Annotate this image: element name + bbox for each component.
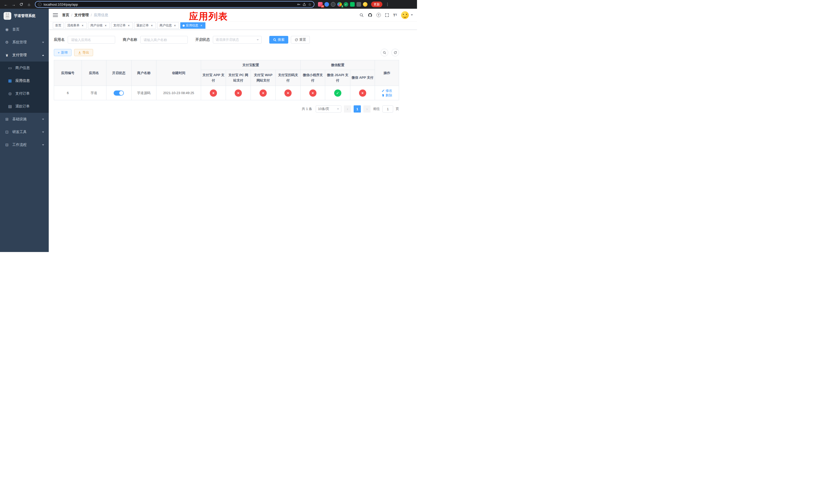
app-name-input[interactable]	[68, 36, 115, 44]
tab-refund-order[interactable]: 退款订单 ×	[134, 22, 156, 29]
extension-icon-3[interactable]	[331, 2, 335, 7]
delete-link[interactable]: 删除	[381, 93, 392, 98]
extension-icon-1[interactable]: 10	[318, 2, 323, 7]
extension-icon-6[interactable]	[350, 2, 355, 7]
sidebar-item-merchant-info[interactable]: ▭ 商户信息	[0, 62, 49, 74]
site-info-icon[interactable]: i	[38, 3, 42, 6]
tab-user-group[interactable]: 用户分组 ×	[88, 22, 110, 29]
cell-alipay-app: ×	[201, 86, 226, 100]
breadcrumb-separator: /	[71, 13, 72, 17]
extension-icon-8[interactable]	[363, 2, 368, 7]
col-status: 开启状态	[106, 60, 132, 86]
edit-link[interactable]: 修改	[381, 88, 392, 93]
tab-label: 退款订单	[136, 23, 149, 28]
cell-wx-jsapi: ✓	[325, 86, 350, 100]
sidebar-item-home[interactable]: ◉ 首页	[0, 23, 49, 36]
col-alipay-app: 支付宝 APP 支付	[201, 70, 226, 86]
sidebar-item-workflow[interactable]: ⊟ 工作流程	[0, 138, 49, 151]
sidebar-item-label: 基础设施	[12, 117, 27, 121]
sidebar-item-label: 支付管理	[12, 53, 27, 58]
bookmark-star-icon[interactable]: ☆	[308, 2, 311, 6]
next-page-button[interactable]: ›	[364, 105, 371, 113]
sidebar-item-label: 首页	[12, 27, 20, 32]
close-icon[interactable]: ×	[150, 24, 154, 27]
status-toggle[interactable]	[114, 91, 124, 96]
chevron-down-icon	[42, 42, 44, 43]
breadcrumb-section[interactable]: 支付管理	[74, 13, 89, 18]
password-key-icon[interactable]	[297, 3, 301, 6]
goto-label: 前往	[373, 107, 380, 111]
sidebar-item-pay-order[interactable]: ◎ 支付订单	[0, 87, 49, 100]
user-avatar[interactable]	[401, 11, 409, 19]
close-icon[interactable]: ×	[127, 24, 131, 27]
tab-label: 首页	[55, 23, 61, 28]
sidebar-item-devtools[interactable]: ⊡ 研发工具	[0, 125, 49, 138]
status-check-icon: ✓	[334, 90, 341, 97]
reload-icon[interactable]	[18, 1, 25, 8]
search-button[interactable]: 搜索	[269, 36, 288, 44]
url-text: localhost:1024/pay/app	[44, 3, 295, 6]
sidebar-item-payment[interactable]: ¥ 支付管理	[0, 49, 49, 62]
tags-view-bar: 首页 流程表单 × 用户分组 × 支付订单 ×	[49, 22, 417, 30]
table-toolbar: + 新增 导出	[54, 49, 399, 56]
share-icon[interactable]	[303, 3, 306, 6]
reset-button[interactable]: 重置	[291, 36, 310, 44]
tab-pay-order[interactable]: 支付订单 ×	[111, 22, 133, 29]
page-number-button[interactable]: 1	[354, 105, 361, 113]
browser-menu-icon[interactable]: ⋮	[385, 2, 390, 7]
extension-icon-2[interactable]	[324, 2, 329, 7]
sidebar-item-infrastructure[interactable]: ⊞ 基础设施	[0, 113, 49, 125]
target-icon: ◎	[8, 91, 12, 96]
close-icon[interactable]: ×	[104, 24, 107, 27]
github-icon[interactable]	[368, 13, 372, 18]
refresh-table-button[interactable]	[391, 49, 399, 56]
chevron-up-icon	[42, 54, 44, 56]
merchant-name-label: 商户名称	[123, 38, 137, 42]
sidebar-item-label: 应用信息	[15, 78, 30, 83]
edit-link-label: 修改	[386, 88, 392, 93]
sidebar-item-refund-order[interactable]: ▤ 退款订单	[0, 100, 49, 113]
prev-page-button[interactable]: ‹	[344, 105, 351, 113]
tab-merchant-info[interactable]: 商户信息 ×	[157, 22, 179, 29]
workflow-icon: ⊟	[5, 142, 9, 147]
app-title: 芋道管理系统	[14, 14, 36, 18]
tab-home[interactable]: 首页	[53, 22, 64, 29]
top-navbar: 首页 / 支付管理 / 应用信息 ?	[49, 9, 417, 22]
home-icon[interactable]: ⌂	[26, 1, 32, 8]
page-size-select[interactable]: 10条/页	[316, 105, 341, 113]
extension-icon-4[interactable]: 1	[337, 2, 342, 7]
yen-icon: ¥	[5, 53, 9, 58]
table-row: 6 芋道 芋道源码 2021-10-23 08:49:25 × × ×	[54, 86, 399, 100]
chrome-update-button[interactable]: 更新	[371, 2, 382, 7]
extension-icon-5[interactable]: ✓	[344, 2, 348, 7]
fullscreen-icon[interactable]	[385, 13, 389, 17]
tab-process-form[interactable]: 流程表单 ×	[65, 22, 87, 29]
font-size-icon[interactable]: TT	[393, 13, 397, 17]
hamburger-icon[interactable]	[53, 13, 58, 17]
merchant-name-input[interactable]	[140, 36, 188, 44]
close-icon[interactable]: ×	[199, 24, 203, 27]
status-cross-icon: ×	[260, 90, 267, 97]
grid-icon: ▦	[8, 78, 12, 83]
back-icon[interactable]: ←	[3, 1, 9, 8]
forward-icon[interactable]: →	[10, 1, 17, 8]
address-bar[interactable]: i localhost:1024/pay/app ☆	[35, 1, 314, 8]
sidebar-item-system[interactable]: ⚙ 系统管理	[0, 36, 49, 49]
close-icon[interactable]: ×	[173, 24, 177, 27]
goto-page-input[interactable]	[382, 105, 393, 113]
add-button[interactable]: + 新增	[54, 49, 71, 56]
close-icon[interactable]: ×	[81, 24, 84, 27]
breadcrumb-home[interactable]: 首页	[62, 13, 69, 18]
sidebar-item-label: 退款订单	[15, 104, 30, 109]
export-button[interactable]: 导出	[74, 49, 93, 56]
pagination-total: 共 1 条	[302, 107, 312, 111]
tab-app-info[interactable]: 应用信息 ×	[180, 22, 205, 29]
search-icon[interactable]	[359, 13, 364, 17]
status-select[interactable]: 请选择开启状态	[213, 36, 262, 44]
avatar-caret-icon[interactable]	[411, 14, 413, 16]
sidebar-item-app-info[interactable]: ▦ 应用信息	[0, 74, 49, 87]
toggle-search-button[interactable]	[380, 49, 388, 56]
sidebar-logo[interactable]: 芋道管理系统	[0, 9, 49, 23]
extensions-puzzle-icon[interactable]	[356, 2, 361, 7]
help-icon[interactable]: ?	[376, 13, 381, 17]
